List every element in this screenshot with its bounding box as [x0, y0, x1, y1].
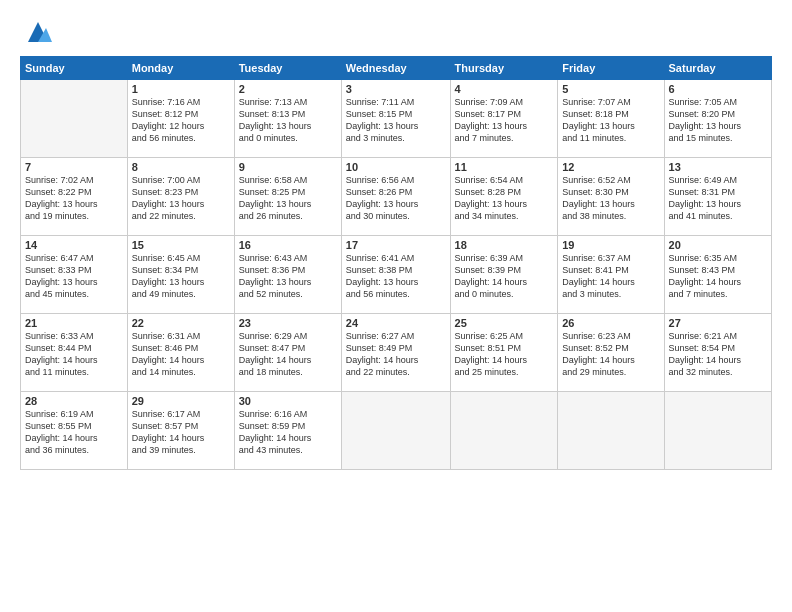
day-number: 26	[562, 317, 659, 329]
calendar-cell: 3Sunrise: 7:11 AM Sunset: 8:15 PM Daylig…	[341, 80, 450, 158]
day-info: Sunrise: 6:39 AM Sunset: 8:39 PM Dayligh…	[455, 252, 554, 301]
calendar-cell: 25Sunrise: 6:25 AM Sunset: 8:51 PM Dayli…	[450, 314, 558, 392]
day-info: Sunrise: 6:45 AM Sunset: 8:34 PM Dayligh…	[132, 252, 230, 301]
day-number: 12	[562, 161, 659, 173]
calendar-header: SundayMondayTuesdayWednesdayThursdayFrid…	[21, 57, 772, 80]
calendar-cell: 16Sunrise: 6:43 AM Sunset: 8:36 PM Dayli…	[234, 236, 341, 314]
day-info: Sunrise: 7:16 AM Sunset: 8:12 PM Dayligh…	[132, 96, 230, 145]
calendar-cell: 21Sunrise: 6:33 AM Sunset: 8:44 PM Dayli…	[21, 314, 128, 392]
day-number: 7	[25, 161, 123, 173]
day-number: 30	[239, 395, 337, 407]
day-number: 15	[132, 239, 230, 251]
day-info: Sunrise: 6:29 AM Sunset: 8:47 PM Dayligh…	[239, 330, 337, 379]
day-info: Sunrise: 6:31 AM Sunset: 8:46 PM Dayligh…	[132, 330, 230, 379]
weekday-header-thursday: Thursday	[450, 57, 558, 80]
day-number: 1	[132, 83, 230, 95]
weekday-header-tuesday: Tuesday	[234, 57, 341, 80]
day-info: Sunrise: 7:05 AM Sunset: 8:20 PM Dayligh…	[669, 96, 767, 145]
day-number: 27	[669, 317, 767, 329]
day-number: 16	[239, 239, 337, 251]
day-info: Sunrise: 6:49 AM Sunset: 8:31 PM Dayligh…	[669, 174, 767, 223]
day-info: Sunrise: 7:11 AM Sunset: 8:15 PM Dayligh…	[346, 96, 446, 145]
weekday-header-saturday: Saturday	[664, 57, 771, 80]
calendar-body: 1Sunrise: 7:16 AM Sunset: 8:12 PM Daylig…	[21, 80, 772, 470]
calendar-cell: 6Sunrise: 7:05 AM Sunset: 8:20 PM Daylig…	[664, 80, 771, 158]
day-number: 18	[455, 239, 554, 251]
calendar-cell: 29Sunrise: 6:17 AM Sunset: 8:57 PM Dayli…	[127, 392, 234, 470]
calendar-table: SundayMondayTuesdayWednesdayThursdayFrid…	[20, 56, 772, 470]
day-info: Sunrise: 6:41 AM Sunset: 8:38 PM Dayligh…	[346, 252, 446, 301]
day-info: Sunrise: 6:56 AM Sunset: 8:26 PM Dayligh…	[346, 174, 446, 223]
calendar-cell	[664, 392, 771, 470]
day-info: Sunrise: 6:16 AM Sunset: 8:59 PM Dayligh…	[239, 408, 337, 457]
calendar-cell: 7Sunrise: 7:02 AM Sunset: 8:22 PM Daylig…	[21, 158, 128, 236]
day-number: 17	[346, 239, 446, 251]
calendar-cell: 22Sunrise: 6:31 AM Sunset: 8:46 PM Dayli…	[127, 314, 234, 392]
day-number: 8	[132, 161, 230, 173]
day-number: 25	[455, 317, 554, 329]
week-row-4: 28Sunrise: 6:19 AM Sunset: 8:55 PM Dayli…	[21, 392, 772, 470]
day-number: 4	[455, 83, 554, 95]
calendar-cell: 2Sunrise: 7:13 AM Sunset: 8:13 PM Daylig…	[234, 80, 341, 158]
day-info: Sunrise: 6:21 AM Sunset: 8:54 PM Dayligh…	[669, 330, 767, 379]
day-number: 13	[669, 161, 767, 173]
calendar-cell	[450, 392, 558, 470]
header	[20, 18, 772, 46]
weekday-header-monday: Monday	[127, 57, 234, 80]
day-info: Sunrise: 6:17 AM Sunset: 8:57 PM Dayligh…	[132, 408, 230, 457]
weekday-header-friday: Friday	[558, 57, 664, 80]
calendar-cell	[21, 80, 128, 158]
calendar-cell: 17Sunrise: 6:41 AM Sunset: 8:38 PM Dayli…	[341, 236, 450, 314]
day-info: Sunrise: 6:23 AM Sunset: 8:52 PM Dayligh…	[562, 330, 659, 379]
day-number: 5	[562, 83, 659, 95]
day-info: Sunrise: 7:09 AM Sunset: 8:17 PM Dayligh…	[455, 96, 554, 145]
calendar-cell: 8Sunrise: 7:00 AM Sunset: 8:23 PM Daylig…	[127, 158, 234, 236]
day-info: Sunrise: 7:02 AM Sunset: 8:22 PM Dayligh…	[25, 174, 123, 223]
weekday-row: SundayMondayTuesdayWednesdayThursdayFrid…	[21, 57, 772, 80]
calendar-cell: 23Sunrise: 6:29 AM Sunset: 8:47 PM Dayli…	[234, 314, 341, 392]
day-info: Sunrise: 6:52 AM Sunset: 8:30 PM Dayligh…	[562, 174, 659, 223]
day-number: 6	[669, 83, 767, 95]
day-number: 23	[239, 317, 337, 329]
weekday-header-sunday: Sunday	[21, 57, 128, 80]
day-info: Sunrise: 6:37 AM Sunset: 8:41 PM Dayligh…	[562, 252, 659, 301]
calendar-cell: 12Sunrise: 6:52 AM Sunset: 8:30 PM Dayli…	[558, 158, 664, 236]
day-info: Sunrise: 6:35 AM Sunset: 8:43 PM Dayligh…	[669, 252, 767, 301]
calendar-cell: 26Sunrise: 6:23 AM Sunset: 8:52 PM Dayli…	[558, 314, 664, 392]
day-info: Sunrise: 7:13 AM Sunset: 8:13 PM Dayligh…	[239, 96, 337, 145]
calendar-cell	[341, 392, 450, 470]
page: SundayMondayTuesdayWednesdayThursdayFrid…	[0, 0, 792, 612]
week-row-3: 21Sunrise: 6:33 AM Sunset: 8:44 PM Dayli…	[21, 314, 772, 392]
calendar-cell: 10Sunrise: 6:56 AM Sunset: 8:26 PM Dayli…	[341, 158, 450, 236]
day-info: Sunrise: 7:00 AM Sunset: 8:23 PM Dayligh…	[132, 174, 230, 223]
day-info: Sunrise: 6:58 AM Sunset: 8:25 PM Dayligh…	[239, 174, 337, 223]
day-info: Sunrise: 6:33 AM Sunset: 8:44 PM Dayligh…	[25, 330, 123, 379]
day-number: 11	[455, 161, 554, 173]
day-number: 19	[562, 239, 659, 251]
calendar-cell: 14Sunrise: 6:47 AM Sunset: 8:33 PM Dayli…	[21, 236, 128, 314]
week-row-0: 1Sunrise: 7:16 AM Sunset: 8:12 PM Daylig…	[21, 80, 772, 158]
week-row-1: 7Sunrise: 7:02 AM Sunset: 8:22 PM Daylig…	[21, 158, 772, 236]
calendar-cell: 9Sunrise: 6:58 AM Sunset: 8:25 PM Daylig…	[234, 158, 341, 236]
calendar-cell: 11Sunrise: 6:54 AM Sunset: 8:28 PM Dayli…	[450, 158, 558, 236]
weekday-header-wednesday: Wednesday	[341, 57, 450, 80]
day-number: 29	[132, 395, 230, 407]
day-number: 2	[239, 83, 337, 95]
day-number: 10	[346, 161, 446, 173]
day-number: 21	[25, 317, 123, 329]
calendar-cell	[558, 392, 664, 470]
day-number: 20	[669, 239, 767, 251]
logo-icon	[24, 18, 52, 46]
calendar-cell: 18Sunrise: 6:39 AM Sunset: 8:39 PM Dayli…	[450, 236, 558, 314]
calendar-cell: 13Sunrise: 6:49 AM Sunset: 8:31 PM Dayli…	[664, 158, 771, 236]
logo	[20, 18, 52, 46]
calendar-cell: 1Sunrise: 7:16 AM Sunset: 8:12 PM Daylig…	[127, 80, 234, 158]
day-info: Sunrise: 6:19 AM Sunset: 8:55 PM Dayligh…	[25, 408, 123, 457]
calendar-cell: 19Sunrise: 6:37 AM Sunset: 8:41 PM Dayli…	[558, 236, 664, 314]
day-info: Sunrise: 6:25 AM Sunset: 8:51 PM Dayligh…	[455, 330, 554, 379]
calendar-cell: 20Sunrise: 6:35 AM Sunset: 8:43 PM Dayli…	[664, 236, 771, 314]
week-row-2: 14Sunrise: 6:47 AM Sunset: 8:33 PM Dayli…	[21, 236, 772, 314]
calendar-cell: 24Sunrise: 6:27 AM Sunset: 8:49 PM Dayli…	[341, 314, 450, 392]
day-info: Sunrise: 6:27 AM Sunset: 8:49 PM Dayligh…	[346, 330, 446, 379]
calendar-cell: 27Sunrise: 6:21 AM Sunset: 8:54 PM Dayli…	[664, 314, 771, 392]
